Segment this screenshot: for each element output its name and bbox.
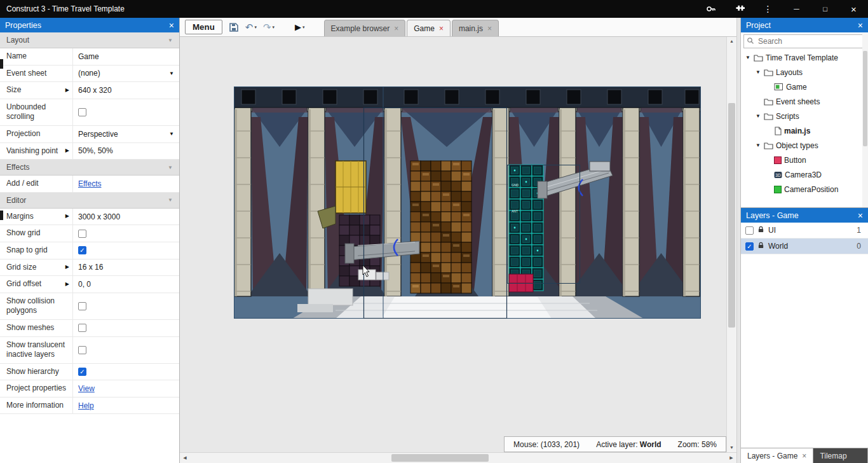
tab-close-icon[interactable]: ×: [439, 24, 444, 33]
scroll-up-icon[interactable]: ▲: [727, 37, 736, 46]
expand-arrow-icon[interactable]: ▶: [65, 281, 71, 287]
tree-item-camera3d[interactable]: 3DCamera3D: [741, 167, 868, 182]
tab-close-icon[interactable]: ×: [394, 24, 398, 33]
property-value[interactable]: [72, 320, 179, 336]
project-scroll-thumb[interactable]: [863, 51, 867, 146]
tree-item-cameraposition[interactable]: CameraPosition: [741, 182, 868, 197]
tree-item-game[interactable]: Game: [741, 79, 868, 94]
checkbox[interactable]: [78, 324, 86, 332]
minimize-button[interactable]: ─: [782, 0, 811, 18]
tree-item-layouts[interactable]: ▼Layouts: [741, 65, 868, 79]
checkbox[interactable]: ✓: [78, 368, 86, 376]
tab-game[interactable]: Game×: [407, 20, 451, 36]
property-value[interactable]: Perspective▼: [72, 126, 179, 142]
panel-splitter[interactable]: [736, 18, 741, 463]
property-value[interactable]: [72, 293, 179, 319]
key-icon[interactable]: [696, 0, 725, 18]
layer-row-world[interactable]: ✓World0: [741, 238, 868, 254]
redo-dropdown-icon[interactable]: ▾: [272, 22, 275, 32]
tree-item-scripts[interactable]: ▼Scripts: [741, 109, 868, 123]
property-value[interactable]: [72, 99, 179, 125]
project-search[interactable]: [743, 34, 865, 48]
property-value[interactable]: Game: [72, 48, 179, 65]
tab-example-browser[interactable]: Example browser×: [324, 20, 406, 36]
search-input[interactable]: [757, 36, 862, 46]
lock-icon[interactable]: [757, 241, 764, 251]
property-section-effects[interactable]: Effects▼: [0, 160, 179, 176]
property-value[interactable]: ✓: [72, 242, 179, 259]
tree-item-button[interactable]: Button: [741, 153, 868, 167]
expand-arrow-icon[interactable]: ▶: [65, 87, 71, 93]
property-value[interactable]: (none)▼: [72, 66, 179, 82]
canvas-vertical-scrollbar[interactable]: ▲ ▼: [726, 37, 736, 452]
expand-arrow-icon[interactable]: ▶: [65, 148, 71, 154]
layer-visibility-checkbox[interactable]: ✓: [745, 242, 754, 251]
vertical-scroll-thumb[interactable]: [728, 103, 735, 328]
property-section-layout[interactable]: Layout▼: [0, 32, 179, 48]
orange-crate-grid[interactable]: [410, 161, 471, 293]
dropdown-caret-icon[interactable]: ▼: [169, 71, 174, 76]
checkbox[interactable]: [78, 230, 86, 238]
chevron-down-icon[interactable]: ▼: [755, 69, 761, 75]
property-value[interactable]: 50%, 50%: [72, 143, 179, 160]
property-value[interactable]: 16 x 16: [72, 259, 179, 276]
scroll-left-icon[interactable]: ◀: [180, 453, 190, 463]
expand-arrow-icon[interactable]: ▶: [65, 264, 71, 270]
tree-item-object-types[interactable]: ▼Object types: [741, 138, 868, 153]
redo-button[interactable]: ↷▾: [263, 22, 275, 32]
property-value[interactable]: ✓: [72, 364, 179, 380]
tree-item-time-travel-template[interactable]: ▼Time Travel Template: [741, 50, 868, 65]
dropdown-caret-icon[interactable]: ▼: [169, 131, 174, 137]
expand-arrow-icon[interactable]: ▶: [65, 213, 71, 219]
layout-canvas[interactable]: GND ANT Mouse: (1033, 201) Active layer:…: [180, 37, 736, 452]
property-link[interactable]: View: [78, 384, 95, 393]
project-scrollbar[interactable]: [862, 33, 868, 207]
property-link[interactable]: Help: [78, 401, 94, 410]
close-button[interactable]: ×: [839, 0, 868, 18]
close-icon[interactable]: ×: [858, 211, 863, 220]
property-value[interactable]: [72, 337, 179, 363]
collapsed-panel-handle[interactable]: [0, 211, 3, 220]
layer-visibility-checkbox[interactable]: [745, 226, 754, 235]
checkbox[interactable]: [78, 346, 86, 354]
canvas-horizontal-scrollbar[interactable]: ◀ ▶: [180, 452, 736, 463]
bottom-tab-tilemap[interactable]: Tilemap: [813, 448, 868, 463]
checkbox[interactable]: ✓: [78, 246, 86, 254]
property-value[interactable]: [72, 225, 179, 242]
close-icon[interactable]: ×: [169, 21, 174, 30]
preview-play-button[interactable]: ▶▾: [295, 22, 305, 32]
scroll-right-icon[interactable]: ▶: [726, 453, 736, 463]
tab-close-icon[interactable]: ×: [802, 452, 806, 460]
tree-item-main-js[interactable]: main.js: [741, 123, 868, 138]
property-value[interactable]: Effects: [72, 176, 179, 192]
undo-button[interactable]: ↶▾: [245, 22, 257, 32]
horizontal-scroll-thumb[interactable]: [391, 454, 489, 462]
addons-puzzle-icon[interactable]: [725, 0, 754, 18]
tab-close-icon[interactable]: ×: [487, 24, 492, 33]
chevron-down-icon[interactable]: ▼: [755, 113, 761, 119]
property-value[interactable]: 3000 x 3000: [72, 209, 179, 225]
property-link[interactable]: Effects: [78, 179, 101, 188]
lock-icon[interactable]: [757, 225, 764, 235]
layer-row-ui[interactable]: UI1: [741, 223, 868, 238]
tree-item-event-sheets[interactable]: Event sheets: [741, 94, 868, 109]
preview-dropdown-icon[interactable]: ▾: [302, 22, 305, 32]
close-icon[interactable]: ×: [858, 21, 863, 30]
bottom-tab-layers-game[interactable]: Layers - Game×: [741, 448, 813, 463]
kebab-menu-icon[interactable]: ⋮: [754, 0, 782, 18]
level-scene[interactable]: GND ANT: [234, 86, 701, 319]
checkbox[interactable]: [78, 108, 86, 116]
scroll-down-icon[interactable]: ▼: [727, 443, 736, 452]
save-button[interactable]: [229, 22, 239, 32]
chevron-down-icon[interactable]: ▼: [745, 55, 751, 60]
property-value[interactable]: View: [72, 380, 179, 397]
property-value[interactable]: 640 x 320: [72, 82, 179, 99]
undo-dropdown-icon[interactable]: ▾: [254, 22, 257, 32]
chevron-down-icon[interactable]: ▼: [755, 142, 761, 148]
collapsed-panel-handle[interactable]: [0, 59, 3, 69]
property-value[interactable]: Help: [72, 397, 179, 414]
property-value[interactable]: 0, 0: [72, 276, 179, 293]
menu-button[interactable]: Menu: [185, 20, 222, 34]
checkbox[interactable]: [78, 302, 86, 310]
tab-main-js[interactable]: main.js×: [452, 20, 499, 36]
